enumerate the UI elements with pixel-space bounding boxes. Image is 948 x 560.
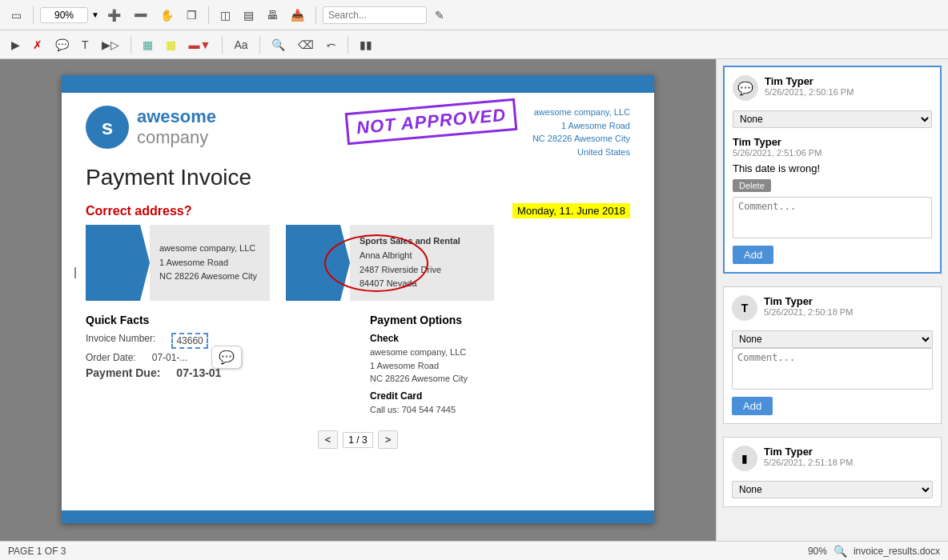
highlight-btn[interactable]: ▦	[138, 35, 158, 54]
payment-options-section: Payment Options Check awesome company, L…	[370, 314, 630, 421]
status-bar-right: 90% 🔍 invoice_results.docx	[808, 545, 940, 558]
to-company: Sports Sales and Rental	[360, 234, 484, 249]
address-section: awesome company, LLC 1 Awesome Road NC 2…	[86, 225, 630, 301]
right-panel: 💬 Tim Typer 5/26/2021, 2:50:16 PM None T…	[716, 59, 948, 541]
document-page: s awesome company NOT APPROVED awesome c…	[62, 75, 654, 523]
order-date-row: Order Date: 07-01-... 💬	[86, 352, 346, 363]
sep5	[222, 36, 223, 54]
comment-meta-3: Tim Typer 5/26/2021, 2:50:18 PM	[764, 295, 933, 317]
from-arrow-shape	[86, 225, 150, 301]
sep7	[347, 36, 348, 54]
comment-author-2: Tim Typer	[733, 136, 932, 148]
text-btn[interactable]: T	[77, 35, 94, 54]
comment-time-4: 5/26/2021, 2:51:18 PM	[764, 458, 933, 467]
zoom-out-btn[interactable]: ➖	[129, 6, 152, 25]
status-bar: PAGE 1 OF 3 90% 🔍 invoice_results.docx	[0, 541, 948, 560]
comment-input-3[interactable]	[732, 348, 933, 390]
page-content: s awesome company NOT APPROVED awesome c…	[62, 93, 654, 462]
page-header-bar	[62, 75, 654, 93]
stamp-btn[interactable]: ▶▷	[97, 35, 124, 54]
credit-card-title: Credit Card	[370, 390, 630, 402]
to-addr2: 84407 Nevada	[360, 277, 484, 291]
comment-status-select-3[interactable]: None	[732, 330, 933, 348]
yellow-highlight-btn[interactable]: ▦	[161, 35, 181, 54]
from-line3: NC 28226 Awesome City	[159, 270, 260, 284]
addr-line2: 1 Awesome Road	[532, 119, 630, 133]
next-page-btn[interactable]: >	[378, 430, 399, 449]
doc-area[interactable]: s awesome company NOT APPROVED awesome c…	[0, 59, 716, 541]
delete-btn-2[interactable]: Delete	[733, 179, 771, 192]
zoom-in-btn[interactable]: ➕	[102, 6, 126, 25]
color-picker-btn[interactable]: ▬▼	[184, 35, 216, 54]
not-approved-stamp: NOT APPROVED	[344, 98, 517, 145]
add-btn-3[interactable]: Add	[732, 397, 773, 415]
comment-time-3: 5/26/2021, 2:50:18 PM	[764, 307, 933, 317]
invoice-header: s awesome company NOT APPROVED awesome c…	[86, 106, 630, 158]
comment-card-3: T Tim Typer 5/26/2021, 2:50:18 PM None A…	[723, 286, 942, 424]
correct-address-label: Correct address?	[86, 204, 192, 218]
select-tool-btn[interactable]: ▶	[6, 35, 25, 54]
fit-page-btn[interactable]: ❐	[182, 6, 202, 25]
logo-text: awesome company	[137, 106, 216, 149]
pan-btn[interactable]: ✋	[155, 6, 179, 25]
split-view-btn[interactable]: ▮▮	[355, 35, 377, 54]
order-date-value: 07-01-...	[152, 352, 188, 363]
quick-facts-section: Quick Facts Invoice Number: 43660 Order …	[86, 314, 346, 421]
to-arrow-box	[286, 225, 350, 301]
comment-subcard: Tim Typer 5/26/2021, 2:51:06 PM This dat…	[733, 136, 932, 197]
left-margin-line	[74, 267, 76, 278]
undo-btn[interactable]: ⤺	[322, 35, 341, 54]
comment-author-3: Tim Typer	[764, 295, 933, 307]
zoom-dropdown-icon: ▼	[91, 10, 99, 19]
check-line2: 1 Awesome Road	[370, 359, 630, 373]
comment-status-select-4[interactable]: None	[732, 481, 933, 498]
search-input[interactable]	[323, 6, 427, 24]
comment-input-1[interactable]	[733, 197, 932, 238]
addr-line3: NC 28226 Awesome City	[532, 132, 630, 146]
toolbar-top: ▭ ▼ ➕ ➖ ✋ ❐ ◫ ▤ 🖶 📥 ✎	[0, 0, 948, 30]
page-info: PAGE 1 OF 3	[8, 546, 66, 557]
comment-author-1: Tim Typer	[765, 75, 932, 87]
comment-icon-speech-1: 💬	[733, 75, 758, 101]
font-size-btn[interactable]: Aa	[229, 35, 252, 54]
invoice-number-label: Invoice Number:	[86, 333, 155, 349]
sep2	[208, 6, 209, 24]
sep3	[315, 6, 316, 24]
zoom-icon: 🔍	[834, 545, 847, 558]
logo-circle: s	[86, 106, 129, 149]
sticky-note-btn[interactable]: 💬	[50, 35, 74, 54]
comment-card-1: 💬 Tim Typer 5/26/2021, 2:50:16 PM None T…	[723, 66, 942, 274]
main-area: s awesome company NOT APPROVED awesome c…	[0, 59, 948, 541]
bottom-section: Quick Facts Invoice Number: 43660 Order …	[86, 314, 630, 421]
company-address: awesome company, LLC 1 Awesome Road NC 2…	[532, 106, 630, 158]
sidebar-toggle-btn[interactable]: ▭	[6, 6, 26, 25]
prev-page-btn[interactable]: <	[318, 430, 339, 449]
from-address-box: awesome company, LLC 1 Awesome Road NC 2…	[150, 225, 270, 301]
comment-status-select-1[interactable]: None	[733, 110, 932, 128]
to-name: Anna Albright	[360, 249, 484, 263]
credit-card-text: Call us: 704 544 7445	[370, 403, 630, 417]
sep4	[131, 36, 131, 54]
comment-time-2: 5/26/2021, 2:51:06 PM	[733, 148, 932, 158]
zoom-input[interactable]	[40, 7, 88, 23]
addr-line4: United States	[532, 146, 630, 159]
page-navigation: < 1 / 3 >	[86, 430, 630, 449]
logo-company: company	[137, 127, 216, 148]
comment-author-4: Tim Typer	[764, 446, 933, 458]
single-page-btn[interactable]: ◫	[215, 6, 235, 25]
download-btn[interactable]: 📥	[286, 6, 309, 25]
eraser-btn[interactable]: ✗	[28, 35, 47, 54]
address-gap	[270, 225, 286, 301]
annotation-row: Correct address? Monday, 11. June 2018	[86, 203, 630, 218]
two-page-btn[interactable]: ▤	[239, 6, 259, 25]
page-nav-current: 1 / 3	[343, 432, 372, 448]
print-btn[interactable]: 🖶	[262, 6, 283, 25]
page-footer-bar	[62, 510, 654, 523]
add-btn-1[interactable]: Add	[733, 246, 773, 264]
payment-due-label: Payment Due:	[86, 366, 160, 379]
search-clear-btn[interactable]: ✎	[430, 6, 449, 25]
erase-all-btn[interactable]: 🔍	[267, 35, 290, 54]
payment-options-title: Payment Options	[370, 314, 630, 326]
undo-highlight-btn[interactable]: ⌫	[293, 35, 319, 54]
comment-body-2: This date is wrong!	[733, 162, 932, 174]
